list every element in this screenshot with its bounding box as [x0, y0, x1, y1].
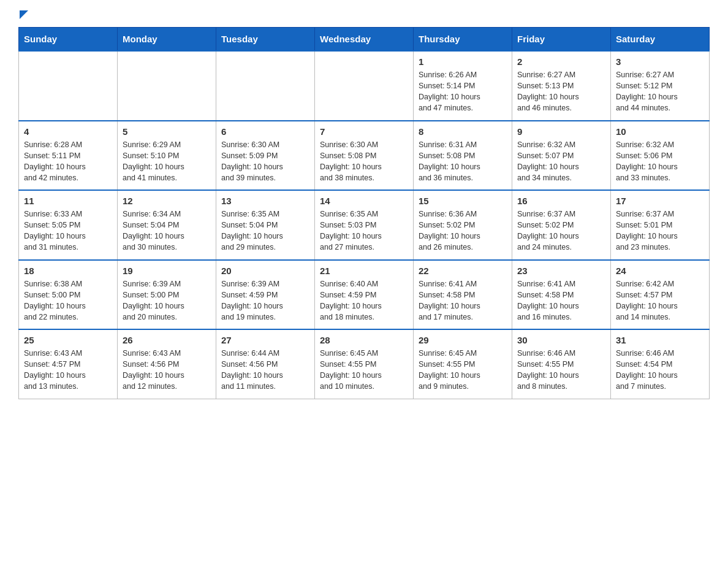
calendar-cell: 2Sunrise: 6:27 AM Sunset: 5:13 PM Daylig…: [512, 51, 611, 121]
calendar-cell: 21Sunrise: 6:40 AM Sunset: 4:59 PM Dayli…: [315, 260, 414, 330]
day-info: Sunrise: 6:30 AM Sunset: 5:09 PM Dayligh…: [221, 139, 309, 184]
day-info: Sunrise: 6:40 AM Sunset: 4:59 PM Dayligh…: [320, 278, 408, 323]
calendar-week-row: 25Sunrise: 6:43 AM Sunset: 4:57 PM Dayli…: [19, 329, 710, 399]
calendar-cell: 23Sunrise: 6:41 AM Sunset: 4:58 PM Dayli…: [512, 260, 611, 330]
day-info: Sunrise: 6:35 AM Sunset: 5:03 PM Dayligh…: [320, 209, 408, 253]
calendar-cell: 14Sunrise: 6:35 AM Sunset: 5:03 PM Dayli…: [315, 190, 414, 260]
day-number: 9: [517, 126, 605, 137]
day-number: 7: [320, 126, 408, 137]
calendar-cell: 31Sunrise: 6:46 AM Sunset: 4:54 PM Dayli…: [611, 329, 710, 399]
day-number: 27: [221, 335, 309, 345]
day-info: Sunrise: 6:29 AM Sunset: 5:10 PM Dayligh…: [123, 139, 211, 184]
day-number: 11: [24, 196, 112, 206]
calendar-cell: 4Sunrise: 6:28 AM Sunset: 5:11 PM Daylig…: [19, 121, 118, 191]
calendar-cell: 18Sunrise: 6:38 AM Sunset: 5:00 PM Dayli…: [19, 260, 118, 330]
day-info: Sunrise: 6:37 AM Sunset: 5:01 PM Dayligh…: [616, 209, 704, 253]
calendar-cell: 11Sunrise: 6:33 AM Sunset: 5:05 PM Dayli…: [19, 190, 118, 260]
day-number: 23: [517, 266, 605, 276]
calendar-cell: 16Sunrise: 6:37 AM Sunset: 5:02 PM Dayli…: [512, 190, 611, 260]
calendar-cell: 15Sunrise: 6:36 AM Sunset: 5:02 PM Dayli…: [414, 190, 512, 260]
day-number: 18: [24, 266, 112, 276]
calendar-table: SundayMondayTuesdayWednesdayThursdayFrid…: [18, 27, 710, 399]
calendar-cell: 12Sunrise: 6:34 AM Sunset: 5:04 PM Dayli…: [118, 190, 216, 260]
calendar-cell: 30Sunrise: 6:46 AM Sunset: 4:55 PM Dayli…: [512, 329, 611, 399]
day-info: Sunrise: 6:46 AM Sunset: 4:54 PM Dayligh…: [616, 348, 704, 393]
calendar-week-row: 18Sunrise: 6:38 AM Sunset: 5:00 PM Dayli…: [19, 260, 710, 330]
day-number: 24: [616, 266, 704, 276]
calendar-cell: 24Sunrise: 6:42 AM Sunset: 4:57 PM Dayli…: [611, 260, 710, 330]
calendar-header-friday: Friday: [512, 28, 611, 52]
calendar-cell: 29Sunrise: 6:45 AM Sunset: 4:55 PM Dayli…: [414, 329, 512, 399]
calendar-cell: 5Sunrise: 6:29 AM Sunset: 5:10 PM Daylig…: [118, 121, 216, 191]
day-number: 21: [320, 266, 408, 276]
calendar-cell: 27Sunrise: 6:44 AM Sunset: 4:56 PM Dayli…: [216, 329, 315, 399]
day-number: 28: [320, 335, 408, 345]
day-number: 10: [616, 126, 704, 137]
calendar-week-row: 4Sunrise: 6:28 AM Sunset: 5:11 PM Daylig…: [19, 121, 710, 191]
calendar-cell: 3Sunrise: 6:27 AM Sunset: 5:12 PM Daylig…: [611, 51, 710, 121]
day-number: 4: [24, 126, 112, 137]
day-number: 20: [221, 266, 309, 276]
day-number: 25: [24, 335, 112, 345]
day-info: Sunrise: 6:33 AM Sunset: 5:05 PM Dayligh…: [24, 209, 112, 253]
day-number: 2: [517, 56, 605, 67]
day-info: Sunrise: 6:42 AM Sunset: 4:57 PM Dayligh…: [616, 278, 704, 323]
day-number: 31: [616, 335, 704, 345]
day-info: Sunrise: 6:32 AM Sunset: 5:07 PM Dayligh…: [517, 139, 605, 184]
calendar-cell: [315, 51, 414, 121]
day-number: 19: [123, 266, 211, 276]
day-number: 29: [419, 335, 507, 345]
day-info: Sunrise: 6:36 AM Sunset: 5:02 PM Dayligh…: [419, 209, 507, 253]
logo-triangle-icon: [20, 10, 28, 19]
day-info: Sunrise: 6:27 AM Sunset: 5:13 PM Dayligh…: [517, 69, 605, 114]
calendar-cell: 19Sunrise: 6:39 AM Sunset: 5:00 PM Dayli…: [118, 260, 216, 330]
day-info: Sunrise: 6:31 AM Sunset: 5:08 PM Dayligh…: [419, 139, 507, 184]
day-info: Sunrise: 6:45 AM Sunset: 4:55 PM Dayligh…: [320, 348, 408, 393]
calendar-cell: 1Sunrise: 6:26 AM Sunset: 5:14 PM Daylig…: [414, 51, 512, 121]
calendar-header-sunday: Sunday: [19, 28, 118, 52]
day-number: 30: [517, 335, 605, 345]
calendar-cell: 28Sunrise: 6:45 AM Sunset: 4:55 PM Dayli…: [315, 329, 414, 399]
day-info: Sunrise: 6:41 AM Sunset: 4:58 PM Dayligh…: [517, 278, 605, 323]
calendar-header-monday: Monday: [118, 28, 216, 52]
logo: [18, 12, 28, 21]
day-number: 17: [616, 196, 704, 206]
day-number: 16: [517, 196, 605, 206]
calendar-cell: 20Sunrise: 6:39 AM Sunset: 4:59 PM Dayli…: [216, 260, 315, 330]
day-info: Sunrise: 6:34 AM Sunset: 5:04 PM Dayligh…: [123, 209, 211, 253]
calendar-header-wednesday: Wednesday: [315, 28, 414, 52]
day-info: Sunrise: 6:39 AM Sunset: 5:00 PM Dayligh…: [123, 278, 211, 323]
day-info: Sunrise: 6:43 AM Sunset: 4:57 PM Dayligh…: [24, 348, 112, 393]
day-number: 15: [419, 196, 507, 206]
day-number: 5: [123, 126, 211, 137]
day-info: Sunrise: 6:32 AM Sunset: 5:06 PM Dayligh…: [616, 139, 704, 184]
day-number: 26: [123, 335, 211, 345]
calendar-cell: 13Sunrise: 6:35 AM Sunset: 5:04 PM Dayli…: [216, 190, 315, 260]
calendar-cell: 9Sunrise: 6:32 AM Sunset: 5:07 PM Daylig…: [512, 121, 611, 191]
day-number: 1: [419, 56, 507, 67]
calendar-cell: 8Sunrise: 6:31 AM Sunset: 5:08 PM Daylig…: [414, 121, 512, 191]
day-info: Sunrise: 6:26 AM Sunset: 5:14 PM Dayligh…: [419, 69, 507, 114]
day-info: Sunrise: 6:37 AM Sunset: 5:02 PM Dayligh…: [517, 209, 605, 253]
calendar-header-thursday: Thursday: [414, 28, 512, 52]
calendar-cell: [19, 51, 118, 121]
calendar-cell: 7Sunrise: 6:30 AM Sunset: 5:08 PM Daylig…: [315, 121, 414, 191]
day-info: Sunrise: 6:46 AM Sunset: 4:55 PM Dayligh…: [517, 348, 605, 393]
calendar-cell: 6Sunrise: 6:30 AM Sunset: 5:09 PM Daylig…: [216, 121, 315, 191]
day-number: 14: [320, 196, 408, 206]
calendar-cell: 25Sunrise: 6:43 AM Sunset: 4:57 PM Dayli…: [19, 329, 118, 399]
calendar-cell: 17Sunrise: 6:37 AM Sunset: 5:01 PM Dayli…: [611, 190, 710, 260]
day-number: 13: [221, 196, 309, 206]
day-info: Sunrise: 6:39 AM Sunset: 4:59 PM Dayligh…: [221, 278, 309, 323]
day-info: Sunrise: 6:43 AM Sunset: 4:56 PM Dayligh…: [123, 348, 211, 393]
day-info: Sunrise: 6:41 AM Sunset: 4:58 PM Dayligh…: [419, 278, 507, 323]
calendar-cell: 22Sunrise: 6:41 AM Sunset: 4:58 PM Dayli…: [414, 260, 512, 330]
calendar-cell: 26Sunrise: 6:43 AM Sunset: 4:56 PM Dayli…: [118, 329, 216, 399]
calendar-header-row: SundayMondayTuesdayWednesdayThursdayFrid…: [19, 28, 710, 52]
calendar-week-row: 1Sunrise: 6:26 AM Sunset: 5:14 PM Daylig…: [19, 51, 710, 121]
calendar-cell: [118, 51, 216, 121]
day-info: Sunrise: 6:38 AM Sunset: 5:00 PM Dayligh…: [24, 278, 112, 323]
calendar-body: 1Sunrise: 6:26 AM Sunset: 5:14 PM Daylig…: [19, 51, 710, 399]
day-info: Sunrise: 6:44 AM Sunset: 4:56 PM Dayligh…: [221, 348, 309, 393]
day-info: Sunrise: 6:30 AM Sunset: 5:08 PM Dayligh…: [320, 139, 408, 184]
